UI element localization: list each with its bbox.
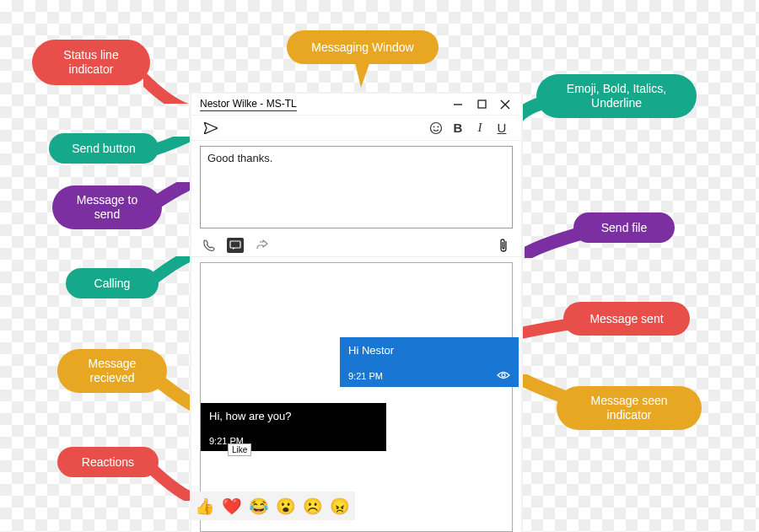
annotation-text: Message seen indicator bbox=[572, 394, 686, 422]
action-bar bbox=[191, 234, 521, 257]
svg-rect-7 bbox=[230, 241, 240, 248]
annotation-text: Reactions bbox=[82, 455, 134, 470]
window-titlebar: Nestor Wilke - MS-TL bbox=[191, 94, 521, 116]
minimize-button[interactable] bbox=[452, 99, 464, 110]
reaction-like[interactable]: 👍 bbox=[195, 496, 215, 516]
annotation-reactions: Reactions bbox=[57, 447, 159, 477]
annotation-text: Messaging Window bbox=[311, 40, 413, 55]
annotation-text: Send button bbox=[72, 142, 136, 156]
seen-icon bbox=[497, 370, 510, 382]
annotation-text: Message sent bbox=[589, 312, 663, 326]
svg-point-6 bbox=[438, 126, 439, 127]
annotation-status-line: Status line indicator bbox=[32, 40, 150, 85]
annotation-messaging-window: Messaging Window bbox=[287, 30, 439, 64]
annotation-tail bbox=[525, 224, 584, 258]
annotation-calling: Calling bbox=[66, 268, 159, 298]
reaction-tooltip: Like bbox=[228, 443, 251, 456]
annotation-formatting: Emoji, Bold, Italics, Underline bbox=[536, 74, 697, 118]
annotation-text: Status line indicator bbox=[47, 48, 135, 77]
messaging-window: Nestor Wilke - MS-TL B I U Good thanks. bbox=[190, 92, 523, 532]
compose-input[interactable]: Good thanks. bbox=[200, 146, 513, 228]
annotation-message-to-send: Message to send bbox=[52, 185, 162, 229]
svg-point-8 bbox=[502, 373, 505, 377]
reaction-angry[interactable]: 😠 bbox=[330, 496, 350, 516]
message-sent-text: Hi Nestor bbox=[348, 344, 510, 357]
svg-point-5 bbox=[433, 126, 435, 127]
attach-icon[interactable] bbox=[494, 236, 513, 255]
reaction-wow[interactable]: 😮 bbox=[276, 496, 296, 516]
annotation-tail bbox=[346, 59, 380, 93]
annotation-message-seen: Message seen indicator bbox=[557, 386, 702, 430]
annotation-tail bbox=[143, 70, 194, 104]
message-sent-bubble[interactable]: Hi Nestor 9:21 PM bbox=[340, 337, 519, 387]
svg-rect-1 bbox=[478, 100, 486, 108]
italic-button[interactable]: I bbox=[469, 117, 491, 139]
call-icon[interactable] bbox=[200, 236, 218, 255]
svg-point-4 bbox=[431, 122, 442, 133]
message-sent-time: 9:21 PM bbox=[348, 371, 383, 381]
maximize-button[interactable] bbox=[476, 99, 487, 110]
annotation-text: Message recieved bbox=[73, 357, 152, 385]
compose-text: Good thanks. bbox=[207, 152, 272, 164]
annotation-send-button: Send button bbox=[49, 133, 159, 164]
compose-toolbar: B I U bbox=[191, 116, 521, 141]
message-sent-meta: 9:21 PM bbox=[348, 370, 510, 382]
annotation-message-sent: Message sent bbox=[563, 302, 690, 336]
send-icon[interactable] bbox=[200, 117, 222, 139]
reaction-laugh[interactable]: 😂 bbox=[249, 496, 269, 516]
reaction-love[interactable]: ❤️ bbox=[222, 496, 242, 516]
close-button[interactable] bbox=[499, 99, 511, 110]
share-icon[interactable] bbox=[252, 236, 271, 255]
annotation-text: Send file bbox=[601, 221, 647, 235]
window-buttons bbox=[452, 99, 518, 110]
bold-button[interactable]: B bbox=[447, 117, 469, 139]
annotation-text: Calling bbox=[94, 277, 131, 291]
message-received-text: Hi, how are you? bbox=[209, 410, 378, 422]
annotation-text: Message to send bbox=[67, 193, 147, 222]
emoji-icon[interactable] bbox=[425, 117, 447, 139]
chat-icon[interactable] bbox=[227, 238, 244, 253]
window-title: Nestor Wilke - MS-TL bbox=[200, 98, 297, 111]
underline-button[interactable]: U bbox=[491, 117, 513, 139]
annotation-message-received: Message recieved bbox=[57, 349, 167, 393]
reaction-bar: 👍 ❤️ 😂 😮 ☹️ 😠 bbox=[190, 492, 355, 520]
annotation-send-file: Send file bbox=[573, 212, 675, 243]
annotation-text: Emoji, Bold, Italics, Underline bbox=[552, 82, 681, 110]
reaction-sad[interactable]: ☹️ bbox=[303, 496, 323, 516]
